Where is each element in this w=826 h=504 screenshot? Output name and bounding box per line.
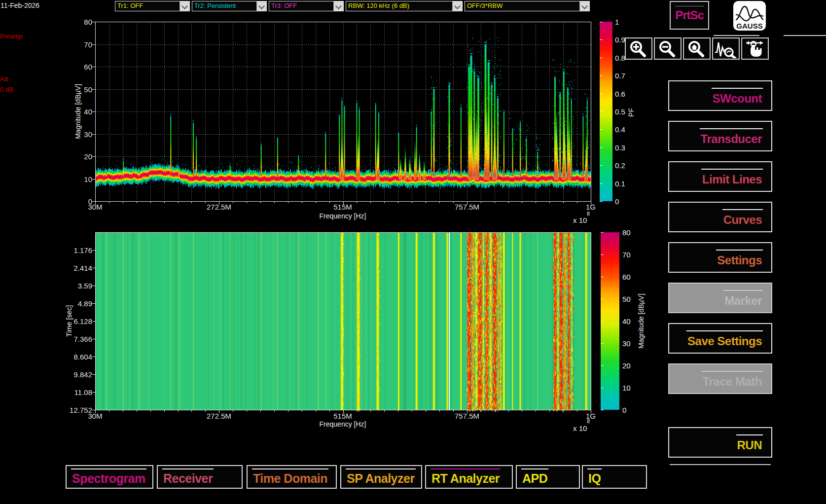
status-label: 0 dB: [0, 86, 13, 93]
tick-label: 515M: [333, 412, 352, 420]
tick-label: 2.414: [73, 264, 92, 272]
tick-label: 0.8: [615, 54, 625, 61]
button-label: Marker: [723, 290, 763, 308]
chevron-down-icon[interactable]: [180, 1, 189, 11]
tab-receiver[interactable]: Receiver: [157, 465, 243, 489]
tick-label: 515M: [333, 203, 352, 211]
colorbar-label: PF: [627, 108, 635, 117]
tab-time-domain[interactable]: Time Domain: [247, 465, 337, 489]
rt-analyzer-screen: 11-Feb-2026 PrtSc GAUSS: [0, 0, 826, 504]
settings-button[interactable]: Settings: [668, 242, 772, 273]
colorbar-tick: [600, 75, 603, 76]
tab-sp-analyzer[interactable]: SP Analyzer: [340, 465, 422, 489]
pan-hand-icon: [743, 39, 767, 58]
chevron-down-icon[interactable]: [333, 1, 343, 11]
spectrogram-plot[interactable]: [90, 227, 596, 415]
tab-label: IQ: [587, 468, 602, 486]
dropdown-value: OFF/3*RBW: [467, 2, 503, 9]
colorbar-tick: [601, 388, 604, 388]
chevron-down-icon[interactable]: [452, 1, 462, 11]
tick-label: 20: [622, 362, 631, 369]
dropdown-detector[interactable]: OFF/3*RBW: [465, 1, 590, 11]
transducer-button[interactable]: Transducer: [668, 121, 772, 151]
tab-rt-analyzer[interactable]: RT Analyzer: [425, 465, 513, 489]
tick-label: 0.5: [615, 108, 625, 115]
dropdown-tr2[interactable]: Tr2: Persistent: [192, 1, 267, 11]
prtsc-label: PrtSc: [671, 8, 708, 22]
button-label: Trace Math: [702, 371, 763, 389]
chevron-down-icon[interactable]: [256, 1, 266, 11]
dropdown-tr1[interactable]: Tr1: OFF: [115, 1, 190, 11]
tick-label: 30: [84, 130, 92, 138]
tick-label: 0.6: [615, 90, 625, 97]
dropdown-value: Tr2: Persistent: [194, 2, 236, 9]
axis-exponent: x 10: [573, 425, 587, 432]
zoom-signal-button[interactable]: [712, 37, 740, 60]
zoom-out-button[interactable]: [654, 37, 682, 60]
divider: [784, 35, 826, 36]
tick-label: 10: [622, 384, 631, 392]
tick-label: 1.176: [73, 247, 92, 254]
colorbar-tick: [600, 129, 603, 130]
dropdown-rbw[interactable]: RBW: 120 kHz (6 dB): [346, 1, 463, 11]
tick-label: 8.604: [73, 353, 92, 360]
curves-button[interactable]: Curves: [668, 202, 772, 232]
colorbar-tick: [600, 58, 603, 58]
tick-label: 60: [84, 63, 92, 71]
persistence-spectrum-plot[interactable]: [90, 17, 596, 206]
colorbar-label: Magnitude [dBµV]: [637, 293, 645, 349]
signal-magnifier-icon: [714, 39, 738, 58]
button-label: RUN: [736, 434, 763, 452]
tab-spectrogram[interactable]: Spectrogram: [66, 465, 153, 489]
tick-label: 70: [622, 251, 631, 258]
swcount-button[interactable]: SWcount: [668, 80, 772, 111]
dropdown-value: RBW: 120 kHz (6 dB): [348, 2, 409, 9]
tick-label: 0.3: [615, 144, 625, 151]
tick-label: 6.128: [73, 318, 92, 325]
marker-button: Marker: [668, 283, 772, 313]
colorbar-tick: [600, 111, 603, 112]
tick-label: 80: [84, 18, 92, 26]
limit-lines-button[interactable]: Limit Lines: [668, 161, 772, 192]
tick-label: 60: [622, 273, 631, 281]
tick-label: 50: [84, 85, 92, 93]
prtsc-button[interactable]: PrtSc: [670, 1, 709, 30]
pan-hand-button[interactable]: [741, 37, 769, 60]
status-label: Preamp: [0, 33, 23, 40]
status-label: Att: [0, 75, 8, 83]
colorbar-tick: [601, 254, 604, 255]
tick-label: 10: [84, 175, 92, 182]
zoom-home-icon: [685, 39, 709, 58]
colorbar-tick: [601, 299, 604, 299]
divider: [670, 464, 771, 465]
dropdown-value: Tr3: OFF: [271, 2, 297, 9]
tick-label: 0.9: [615, 36, 625, 43]
tick-label: 1: [615, 18, 619, 26]
dropdown-value: Tr1: OFF: [117, 2, 143, 9]
tab-iq[interactable]: IQ: [582, 465, 647, 489]
colorbar-tick: [601, 232, 604, 233]
gauss-curves-icon: GAUSS: [733, 1, 766, 31]
tick-label: 7.366: [73, 335, 92, 343]
date-label: 11-Feb-2026: [0, 1, 39, 9]
tab-label: APD: [521, 468, 548, 486]
tick-label: 0: [615, 198, 619, 205]
run-button[interactable]: RUN: [668, 427, 772, 458]
zoom-in-button[interactable]: [625, 37, 652, 60]
tab-apd[interactable]: APD: [516, 465, 580, 489]
tab-label: SP Analyzer: [346, 468, 416, 486]
colorbar-tick: [601, 277, 604, 277]
dropdown-tr3[interactable]: Tr3: OFF: [269, 1, 344, 11]
y-axis-label: Time [sec]: [65, 305, 73, 337]
x-axis-label: Frequency [Hz]: [320, 420, 366, 428]
chevron-down-icon[interactable]: [579, 1, 589, 11]
y-axis-label: Magnitude [dBµV]: [74, 84, 82, 139]
tick-label: 30: [622, 340, 631, 347]
save-settings-button[interactable]: Save Settings: [668, 323, 772, 354]
tab-label: Spectrogram: [71, 468, 146, 486]
button-label: SWcount: [712, 88, 763, 106]
x-axis-label: Frequency [Hz]: [320, 212, 366, 220]
zoom-home-button[interactable]: [683, 37, 711, 60]
tab-label: Receiver: [162, 468, 214, 486]
colorbar-tick: [600, 183, 603, 184]
